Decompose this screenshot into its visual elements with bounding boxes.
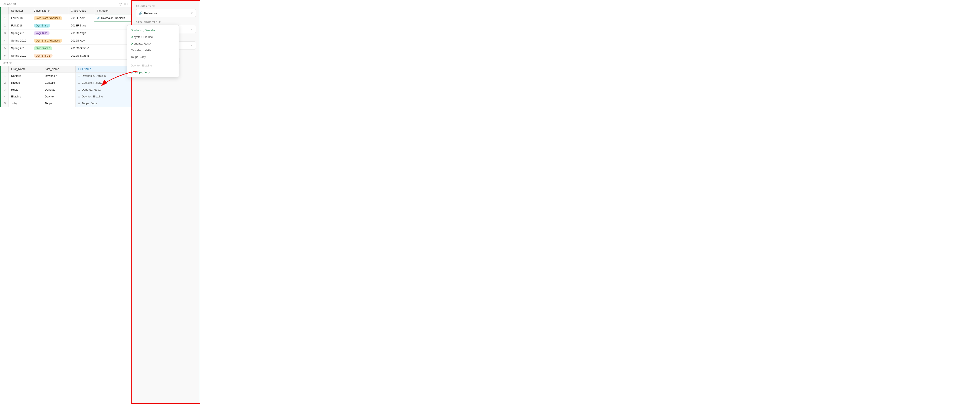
link-icon: 🔗 bbox=[139, 11, 142, 15]
chevron-down-icon-3: ∨ bbox=[191, 44, 193, 47]
dropdown-item[interactable]: Daynter, Elladine bbox=[127, 62, 178, 69]
col-classname: Class_Name bbox=[31, 7, 68, 14]
table-row: 4Spring 2019Gym Stars Advanced2019S-Adv bbox=[1, 37, 131, 44]
classes-table-wrapper: Semester Class_Name Class_Code Instructo… bbox=[0, 7, 131, 60]
column-type-label: COLUMN TYPE bbox=[136, 5, 196, 7]
chevron-down-icon-2: ∨ bbox=[191, 28, 193, 31]
dropdown-item[interactable]: Toupe, Joby bbox=[127, 54, 178, 60]
dropdown-item[interactable]: Daynter, Elladine bbox=[127, 33, 178, 40]
dropdown-item[interactable]: Dowbakin, Daniella bbox=[127, 27, 178, 33]
staff-table: First_Name Last_Name Full Name 1Daniella… bbox=[1, 66, 131, 107]
column-type-value: Reference bbox=[144, 12, 157, 15]
table-row: 2HaletteCastello☰Castello, Halette bbox=[1, 79, 131, 86]
table-row: 2Fall 2018Gym Stars2018F-Stars bbox=[1, 22, 131, 29]
instructor-dropdown[interactable]: Dowbakin, DaniellaDaynter, ElladineDenga… bbox=[127, 25, 179, 78]
table-row: 1DaniellaDowbakin☰Dowbakin, Daniella bbox=[1, 72, 131, 79]
column-type-dropdown[interactable]: 🔗 Reference ∨ bbox=[136, 9, 196, 17]
classes-title: CLASSES ▽ ••• bbox=[0, 0, 131, 7]
dropdown-item[interactable]: 🔗Toupe, Joby bbox=[127, 69, 178, 76]
table-row: 6Spring 2019Gym Stars B2019S-Stars-B bbox=[1, 52, 131, 59]
table-row: 3RustyDengate☰Dengate, Rusty bbox=[1, 86, 131, 93]
staff-col-num bbox=[1, 66, 8, 73]
dropdown-item[interactable]: Dengate, Rusty bbox=[127, 40, 178, 47]
col-num bbox=[1, 7, 8, 14]
table-row: 5JobyToupe☰Toupe, Joby bbox=[1, 100, 131, 107]
staff-col-lastname: Last_Name bbox=[42, 66, 76, 73]
table-row: 1Fall 2018Gym Stars Advanced2018F-Adv🔗Do… bbox=[1, 14, 131, 22]
table-row: 4ElladineDaynter☰Daynter, Elladine bbox=[1, 93, 131, 100]
col-instructor: Instructor bbox=[94, 7, 131, 14]
filter-icon[interactable]: ▽ bbox=[119, 2, 122, 6]
staff-col-fullname: Full Name bbox=[76, 66, 131, 73]
col-classcode: Class_Code bbox=[68, 7, 94, 14]
staff-section: STAFF First_Name Last_Name Full Name bbox=[0, 60, 131, 107]
col-semester: Semester bbox=[8, 7, 31, 14]
staff-table-wrapper: First_Name Last_Name Full Name 1Daniella… bbox=[0, 66, 131, 107]
table-row: 5Spring 2019Gym Stars A2019S-Stars-A bbox=[1, 44, 131, 52]
dropdown-item[interactable]: Castello, Halette bbox=[127, 47, 178, 54]
data-from-table-label: DATA FROM TABLE bbox=[136, 21, 196, 24]
more-icon[interactable]: ••• bbox=[124, 2, 128, 6]
table-row: 3Spring 2019Yoga Kids2019S-Yoga bbox=[1, 29, 131, 37]
staff-col-firstname: First_Name bbox=[8, 66, 42, 73]
classes-table: Semester Class_Name Class_Code Instructo… bbox=[1, 7, 131, 60]
chevron-down-icon: ∨ bbox=[191, 12, 193, 15]
column-type-section: COLUMN TYPE 🔗 Reference ∨ bbox=[136, 5, 196, 17]
staff-title: STAFF bbox=[0, 60, 131, 66]
classes-section: CLASSES ▽ ••• Semester Class_Name Class_… bbox=[0, 0, 131, 60]
